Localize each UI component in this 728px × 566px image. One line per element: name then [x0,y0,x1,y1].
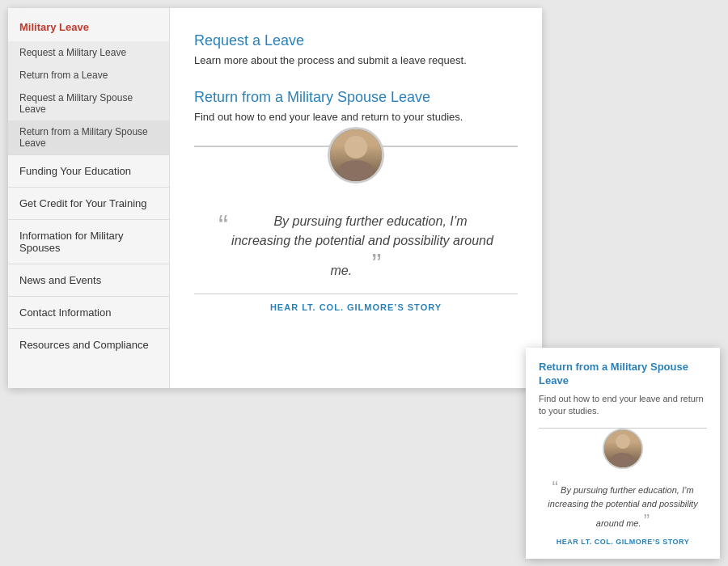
return-spouse-leave-link[interactable]: Return from a Military Spouse Leave [194,89,518,106]
main-content: Request a Leave Learn more about the pro… [170,8,542,388]
floating-quote-text: By pursuing further education, I’m incre… [548,485,697,528]
sidebar-nav-military-spouses[interactable]: Information for Military Spouses [8,219,169,264]
sidebar-nav-contact[interactable]: Contact Information [8,296,169,328]
floating-quote-container: “ By pursuing further education, I’m inc… [539,477,707,531]
avatar [328,127,384,184]
main-window: Military Leave Request a Military Leave … [8,8,542,388]
sidebar-nav-resources[interactable]: Resources and Compliance [8,328,169,361]
floating-avatar-image [604,430,641,467]
sidebar-nav-funding[interactable]: Funding Your Education [8,154,169,187]
floating-open-quote-icon: “ [552,477,557,497]
floating-card: Return from a Military Spouse Leave Find… [526,348,720,559]
return-spouse-leave-description: Find out how to end your leave and retur… [194,111,518,123]
quote-container: “ By pursuing further education, I’m inc… [194,212,518,281]
floating-card-description: Find out how to end your leave and retur… [539,393,707,418]
floating-quote-section: “ By pursuing further education, I’m inc… [539,428,707,546]
floating-close-quote-icon: ” [644,510,650,530]
sidebar-nav-credit[interactable]: Get Credit for Your Training [8,187,169,219]
request-leave-description: Learn more about the process and submit … [194,54,518,66]
divider-bottom [194,294,518,294]
quote-text: By pursuing further education, I’m incre… [231,214,493,277]
sidebar-submenu: Request a Military Leave Return from a L… [8,41,169,154]
sidebar-submenu-item-1[interactable]: Return from a Leave [8,64,169,87]
avatar-image [330,129,382,181]
sidebar-submenu-item-0[interactable]: Request a Military Leave [8,41,169,64]
floating-card-title: Return from a Military Spouse Leave [539,361,707,388]
sidebar-submenu-item-2[interactable]: Request a Military Spouse Leave [8,87,169,120]
sidebar-nav-news[interactable]: News and Events [8,264,169,296]
hear-story-link[interactable]: HEAR LT. COL. GILMORE’S STORY [194,302,518,320]
open-quote-icon: “ [218,212,228,241]
sidebar: Military Leave Request a Military Leave … [8,8,170,388]
close-quote-icon: ” [372,248,382,281]
sidebar-section-title: Military Leave [8,8,169,41]
floating-avatar [603,429,643,469]
sidebar-submenu-item-3[interactable]: Return from a Military Spouse Leave [8,120,169,154]
quote-section: “ By pursuing further education, I’m inc… [194,146,518,320]
request-leave-link[interactable]: Request a Leave [194,32,518,49]
floating-hear-story-link[interactable]: HEAR LT. COL. GILMORE’S STORY [539,538,707,546]
